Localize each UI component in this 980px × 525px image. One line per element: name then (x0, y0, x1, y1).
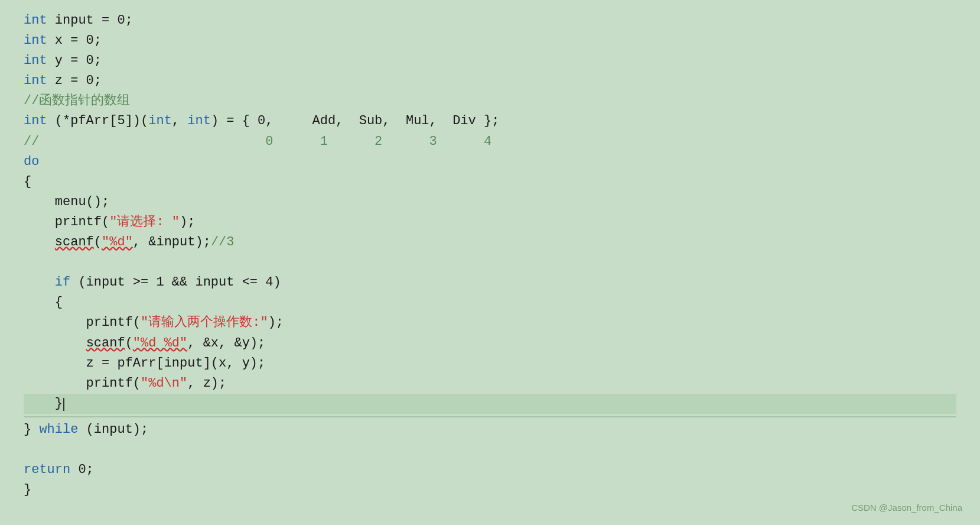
code-line-1: int input = 0; (24, 11, 956, 31)
code-line-24: } (24, 480, 956, 500)
code-line-3: int y = 0; (24, 51, 956, 71)
code-line-10: menu(); (24, 192, 956, 212)
code-line-13 (24, 252, 956, 273)
code-line-9: { (24, 172, 956, 192)
code-line-12: scanf("%d", &input);//3 (24, 232, 956, 252)
code-line-5: //函数指针的数组 (24, 91, 956, 111)
code-line-8: do (24, 152, 956, 172)
code-line-18: z = pfArr[input](x, y); (24, 354, 956, 374)
code-line-6: int (*pfArr[5])(int, int) = { 0, Add, Su… (24, 111, 956, 131)
watermark: CSDN @Jason_from_China (851, 501, 962, 514)
code-line-23: return 0; (24, 460, 956, 480)
code-line-20-highlighted: } (24, 394, 956, 414)
code-line-4: int z = 0; (24, 71, 956, 91)
section-divider (24, 416, 956, 417)
code-line-11: printf("请选择: "); (24, 212, 956, 232)
code-line-7: // 0 1 2 3 4 (24, 132, 956, 152)
code-line-21: } while (input); (24, 420, 956, 440)
code-editor: int input = 0; int x = 0; int y = 0; int… (0, 0, 980, 524)
code-line-2: int x = 0; (24, 31, 956, 51)
code-line-16: printf("请输入两个操作数:"); (24, 313, 956, 333)
code-line-19: printf("%d\n", z); (24, 374, 956, 394)
code-line-17: scanf("%d %d", &x, &y); (24, 333, 956, 354)
code-line-15: { (24, 293, 956, 313)
code-line-22 (24, 440, 956, 460)
code-line-14: if (input >= 1 && input <= 4) (24, 273, 956, 293)
